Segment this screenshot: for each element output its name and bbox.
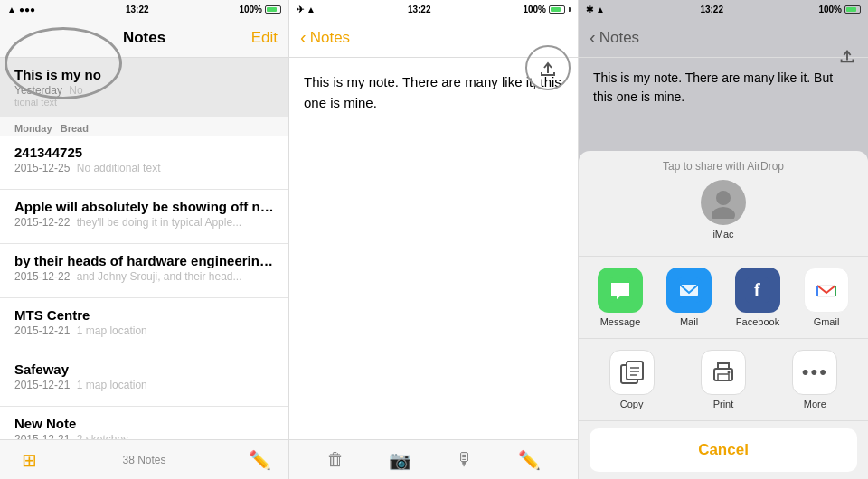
svg-point-7	[712, 207, 735, 219]
device-name: iMac	[712, 229, 733, 240]
note-sub: 2015-12-21 1 map location	[14, 379, 274, 391]
action-label-more: More	[804, 399, 826, 409]
note-date: 2015-12-22	[14, 270, 70, 283]
signal-icon: ●●●	[19, 5, 35, 14]
list-item[interactable]: MTS Centre 2015-12-21 1 map location	[0, 298, 288, 352]
app-label-message: Message	[600, 316, 641, 327]
svg-rect-20	[718, 374, 729, 380]
share-actions-row: Copy Print ••• More	[579, 339, 868, 421]
list-item[interactable]: Safeway 2015-12-21 1 map location	[0, 352, 288, 407]
battery-pct-2: 100%	[523, 5, 546, 14]
note-preview: 1 map location	[77, 324, 147, 337]
share-action-copy[interactable]: Copy	[605, 350, 659, 409]
list-item[interactable]: New Note 2015-12-21 2 sketches	[0, 407, 288, 439]
status-right: 100%	[239, 5, 281, 14]
print-icon	[701, 350, 746, 395]
note-content: This is my note. There are many like it,…	[289, 58, 578, 439]
note-sub: 2015-12-22 they'll be doing it in typica…	[14, 216, 274, 229]
note-detail-panel: ✈ ▲ 13:22 100% ‹ Notes This is my note. …	[289, 0, 579, 479]
note-title: MTS Centre	[14, 307, 274, 323]
cancel-button[interactable]: Cancel	[590, 428, 857, 472]
airplane-icon: ✈	[297, 5, 304, 14]
list-item[interactable]: 241344725 2015-12-25 No additional text	[0, 136, 288, 190]
app-label-facebook: Facebook	[736, 316, 779, 327]
note-preview: they'll be doing it in typical Apple...	[77, 216, 241, 229]
back-label: Notes	[310, 29, 350, 47]
app-label-gmail: Gmail	[814, 316, 840, 327]
notes-list-panel: ▲ ●●● 13:22 100% Notes Edit This is my n…	[0, 0, 289, 479]
share-app-facebook[interactable]: f Facebook	[731, 268, 785, 327]
back-button[interactable]: ‹ Notes	[300, 27, 350, 48]
note-sub: 2015-12-21 2 sketches	[14, 433, 274, 439]
share-app-mail[interactable]: Mail	[662, 268, 716, 327]
person-icon	[707, 186, 740, 219]
section-header: Monday Bread	[0, 117, 288, 136]
share-sheet-panel: ✱ ▲ 13:22 100% ‹ Notes This is my note. …	[579, 0, 868, 479]
camera-icon[interactable]: 📷	[389, 449, 411, 471]
back-chevron-icon-3: ‹	[590, 27, 596, 48]
share-icon	[537, 57, 559, 79]
list-item[interactable]: by their heads of hardware engineering a…	[0, 244, 288, 298]
notes-nav-bar: Notes Edit	[0, 18, 288, 58]
status-right-2: 100%	[523, 5, 571, 14]
wifi-icon-2: ▲	[307, 5, 316, 14]
more-icon: •••	[792, 350, 837, 395]
list-item[interactable]: Apple will absolutely be showing off new…	[0, 190, 288, 244]
share-button[interactable]	[525, 45, 571, 90]
note-title: 241344725	[14, 145, 274, 160]
ellipsis-icon: •••	[802, 361, 828, 384]
share-app-message[interactable]: Message	[593, 268, 647, 327]
time-2: 13:22	[408, 5, 431, 14]
note-date: 2015-12-21	[14, 379, 70, 391]
share-action-print[interactable]: Print	[696, 350, 750, 409]
avatar	[701, 180, 746, 225]
note-title: New Note	[14, 416, 274, 431]
note-date: 2015-12-21	[14, 433, 70, 439]
note-date: 2015-12-21	[14, 324, 70, 337]
svg-text:f: f	[754, 280, 760, 300]
panel3-nav: ‹ Notes	[579, 18, 868, 58]
airdrop-devices-row: iMac	[593, 180, 854, 247]
note-preview: 2 sketches	[77, 433, 128, 439]
svg-point-21	[727, 371, 730, 374]
action-label-print: Print	[713, 399, 734, 409]
note-sub: Yesterday No	[14, 84, 274, 97]
battery-icon	[265, 5, 281, 14]
section-day: Monday	[14, 123, 52, 134]
status-left: ▲ ●●●	[7, 5, 35, 14]
grid-icon[interactable]: ⊞	[14, 449, 43, 471]
share-action-more[interactable]: ••• More	[788, 350, 842, 409]
share-button-3[interactable]	[837, 45, 857, 69]
edit-button[interactable]: Edit	[251, 29, 278, 47]
note-sub: 2015-12-25 No additional text	[14, 162, 274, 174]
notes-list: This is my no Yesterday No tional text M…	[0, 58, 288, 439]
svg-rect-15	[627, 362, 643, 380]
trash-icon[interactable]: 🗑	[326, 449, 344, 470]
wifi-icon-3: ▲	[596, 5, 605, 14]
airdrop-device-item[interactable]: iMac	[701, 180, 746, 240]
list-item[interactable]: This is my no Yesterday No tional text	[0, 58, 288, 117]
note-date: 2015-12-22	[14, 216, 70, 229]
svg-point-6	[716, 191, 731, 205]
compose-icon[interactable]: ✏️	[245, 449, 274, 471]
airdrop-label: Tap to share with AirDrop	[593, 160, 854, 173]
status-left-3: ✱ ▲	[586, 5, 605, 14]
compose-icon-2[interactable]: ✏️	[518, 449, 541, 471]
share-app-gmail[interactable]: Gmail	[799, 268, 854, 327]
bluetooth-icon: ✱	[586, 5, 593, 14]
note-date: 2015-12-25	[14, 162, 70, 174]
airdrop-section: Tap to share with AirDrop iMac	[579, 151, 868, 257]
share-sheet: Tap to share with AirDrop iMac	[579, 151, 868, 479]
notes-bottom-toolbar: ⊞ 38 Notes ✏️	[0, 439, 288, 479]
status-bar-1: ▲ ●●● 13:22 100%	[0, 0, 288, 18]
time-1: 13:22	[126, 5, 149, 14]
note-detail-nav: ‹ Notes	[289, 18, 578, 58]
note-title: This is my no	[14, 67, 274, 82]
microphone-icon[interactable]: 🎙	[456, 449, 474, 470]
mail-icon	[666, 268, 712, 313]
battery-icon-2	[549, 5, 565, 14]
facebook-icon: f	[735, 268, 780, 313]
note-detail-toolbar: 🗑 📷 🎙 ✏️	[289, 439, 578, 479]
back-button-3[interactable]: ‹ Notes	[590, 27, 639, 48]
status-bar-2: ✈ ▲ 13:22 100%	[289, 0, 578, 18]
